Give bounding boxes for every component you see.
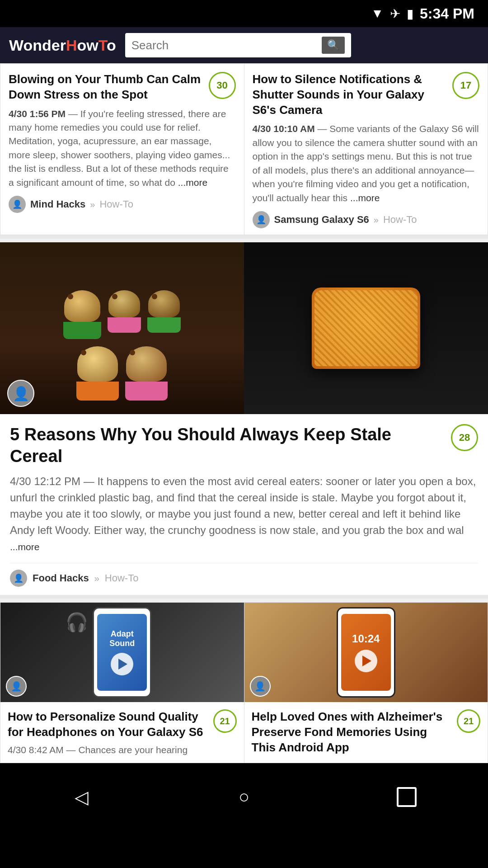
muffin-3 bbox=[147, 290, 181, 339]
muffin-cup bbox=[108, 317, 141, 333]
thumbnail-alzheimer: 10:24 bbox=[244, 603, 488, 702]
article-date: 4/30 10:10 AM bbox=[253, 123, 315, 134]
featured-image-row: 👤 bbox=[0, 242, 488, 414]
article-excerpt: If you're feeling stressed, there are ma… bbox=[9, 108, 230, 188]
search-button[interactable]: 🔍 bbox=[322, 37, 345, 54]
nav-bar bbox=[0, 772, 488, 822]
phone-screen-text: Adapt Sound bbox=[97, 629, 147, 648]
dash: — bbox=[68, 108, 78, 119]
cereal-scene bbox=[244, 242, 488, 414]
play-button[interactable] bbox=[111, 653, 133, 675]
article-footer: 👤 Samsung Galaxy S6 » How-To bbox=[253, 211, 480, 228]
featured-title: 5 Reasons Why You Should Always Keep Sta… bbox=[10, 424, 445, 467]
article-card-thumb[interactable]: Blowing on Your Thumb Can Calm Down Stre… bbox=[0, 63, 244, 235]
read-more-link[interactable]: ...more bbox=[350, 193, 380, 203]
featured-category-link[interactable]: Food Hacks bbox=[33, 572, 89, 584]
featured-article-cereal[interactable]: 👤 5 Reasons Why You Should Always Keep S… bbox=[0, 242, 488, 595]
phone-time: 10:24 bbox=[352, 632, 380, 645]
thumbnail-samsung: 🎧 Adapt Sound bbox=[0, 603, 244, 702]
status-icons: ▼ ✈ ▮ 5:34 PM bbox=[371, 5, 474, 22]
featured-badge-count: 28 bbox=[451, 424, 478, 451]
play-button-alzheimer[interactable] bbox=[355, 650, 377, 672]
article-date: 4/30 1:56 PM bbox=[9, 108, 66, 119]
dash: — bbox=[66, 745, 76, 755]
bottom-card-samsung-sound[interactable]: 🎧 Adapt Sound 👤 bbox=[0, 602, 244, 763]
search-input[interactable] bbox=[131, 38, 322, 52]
bottom-card-meta: 4/30 8:42 AM — Chances are your hearing bbox=[8, 745, 237, 755]
bottom-title-row: How to Personalize Sound Quality for Hea… bbox=[8, 709, 237, 740]
badge: 17 bbox=[452, 72, 479, 99]
featured-author-avatar: 👤 bbox=[10, 570, 27, 587]
article-title-row: How to Silence Notifications & Shutter S… bbox=[253, 72, 480, 118]
muffin-4 bbox=[76, 346, 119, 401]
search-bar[interactable]: 🔍 bbox=[125, 33, 351, 57]
featured-image-right bbox=[244, 242, 488, 414]
muffin-top bbox=[148, 290, 180, 317]
content-area: Blowing on Your Thumb Can Calm Down Stre… bbox=[0, 63, 488, 763]
muffin-top bbox=[77, 346, 118, 382]
play-triangle-icon bbox=[362, 656, 371, 666]
muffin-cup bbox=[147, 317, 181, 333]
category-link[interactable]: Samsung Galaxy S6 bbox=[274, 214, 369, 226]
badge: 21 bbox=[213, 709, 237, 733]
read-more-link[interactable]: ...more bbox=[178, 177, 207, 188]
muffin-top bbox=[126, 346, 167, 382]
bottom-card-alzheimer[interactable]: 10:24 👤 Help Loved Ones with Alzheimer's… bbox=[244, 602, 488, 763]
top-article-row: Blowing on Your Thumb Can Calm Down Stre… bbox=[0, 63, 488, 235]
featured-sub-category: How-To bbox=[105, 572, 139, 584]
muffin-1 bbox=[63, 290, 101, 339]
muffin-scene bbox=[0, 242, 244, 414]
search-icon: 🔍 bbox=[327, 39, 339, 51]
thumb-avatar: 👤 bbox=[6, 676, 27, 697]
badge: 21 bbox=[457, 709, 480, 733]
article-title: Blowing on Your Thumb Can Calm Down Stre… bbox=[9, 72, 204, 103]
author-avatar-overlay: 👤 bbox=[7, 380, 34, 407]
nav-home-button[interactable] bbox=[226, 779, 262, 815]
phone-screen-alzheimer: 10:24 bbox=[341, 614, 391, 691]
section-separator-2 bbox=[0, 595, 488, 599]
dash: — bbox=[84, 475, 94, 487]
separator: » bbox=[90, 199, 95, 210]
article-card-samsung[interactable]: How to Silence Notifications & Shutter S… bbox=[244, 63, 488, 235]
status-bar: ▼ ✈ ▮ 5:34 PM bbox=[0, 0, 488, 27]
nav-back-button[interactable] bbox=[63, 779, 99, 815]
muffin-row-front bbox=[76, 346, 168, 401]
featured-footer: 👤 Food Hacks » How-To bbox=[10, 563, 478, 587]
featured-separator: » bbox=[94, 573, 99, 584]
dash: — bbox=[317, 123, 327, 134]
featured-body: 5 Reasons Why You Should Always Keep Sta… bbox=[0, 414, 488, 595]
phone-mockup-alzheimer: 10:24 bbox=[337, 607, 395, 698]
article-footer: 👤 Mind Hacks » How-To bbox=[9, 196, 236, 213]
muffin-cup bbox=[125, 382, 168, 401]
logo: WonderHowTo bbox=[9, 37, 116, 54]
featured-read-more[interactable]: ...more bbox=[10, 542, 39, 552]
bottom-card-title: How to Personalize Sound Quality for Hea… bbox=[8, 709, 209, 740]
category-link[interactable]: Mind Hacks bbox=[30, 198, 85, 210]
section-separator bbox=[0, 235, 488, 239]
featured-date: 4/30 12:12 PM bbox=[10, 475, 80, 487]
badge-count: 21 bbox=[457, 709, 480, 733]
phone-screen: Adapt Sound bbox=[97, 614, 147, 691]
bottom-card-date: 4/30 8:42 AM bbox=[8, 745, 64, 755]
bottom-card-body-alzheimer: Help Loved Ones with Alzheimer's Preserv… bbox=[244, 702, 488, 762]
bottom-article-row: 🎧 Adapt Sound 👤 bbox=[0, 602, 488, 763]
badge-count: 30 bbox=[209, 72, 236, 99]
article-meta: 4/30 1:56 PM — If you're feeling stresse… bbox=[9, 107, 236, 190]
muffin-row-back bbox=[63, 290, 181, 339]
sub-category: How-To bbox=[99, 198, 133, 210]
phone-mockup: Adapt Sound bbox=[93, 607, 151, 698]
muffin-2 bbox=[108, 290, 141, 339]
bottom-card-excerpt: Chances are your hearing bbox=[78, 745, 188, 755]
muffin-top bbox=[108, 290, 140, 317]
thumbnail-container-alzheimer: 10:24 👤 bbox=[244, 603, 488, 702]
time-display: 5:34 PM bbox=[420, 5, 474, 22]
article-title: How to Silence Notifications & Shutter S… bbox=[253, 72, 448, 118]
bottom-card-body: How to Personalize Sound Quality for Hea… bbox=[0, 702, 244, 763]
muffin-cup bbox=[63, 322, 101, 339]
thumbnail-content: 🎧 Adapt Sound bbox=[93, 607, 151, 698]
cereal-cake bbox=[312, 288, 420, 369]
nav-recent-button[interactable] bbox=[389, 779, 425, 815]
badge: 30 bbox=[209, 72, 236, 99]
author-avatar: 👤 bbox=[9, 196, 26, 213]
article-meta: 4/30 10:10 AM — Some variants of the Gal… bbox=[253, 122, 480, 205]
